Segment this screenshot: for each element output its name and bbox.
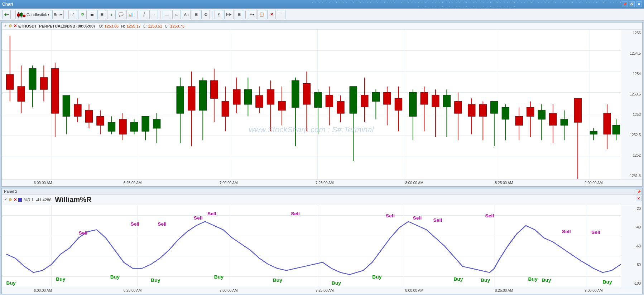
panel2-indicator-name: William%R [55,196,91,204]
list-button[interactable]: ☰ [88,10,96,19]
arrow-icon: → [152,13,156,17]
close-window-button[interactable]: ✕ [636,1,642,7]
svg-text:Buy: Buy [453,277,463,282]
comment-button[interactable]: 💬 [117,10,125,19]
delete-button[interactable]: ✕ [267,10,276,19]
chart2-button[interactable]: 📊 [126,10,135,19]
sep2 [66,11,66,19]
svg-rect-90 [455,102,462,113]
svg-rect-42 [177,87,184,113]
chart1-x-625: 6:25:00 AM [124,181,142,185]
chart1-y-1255: 1255 [623,31,641,35]
chart1-high-label: H: [120,24,125,28]
comment-icon: 💬 [119,12,124,17]
rect-button[interactable]: ▭ [172,10,181,19]
float-button[interactable]: 🗗 [629,1,635,7]
arrow-button[interactable]: → [149,10,158,19]
svg-rect-56 [256,95,263,107]
panel2-x-625: 6:25:00 AM [124,289,142,292]
chart1-open-label: O: [99,24,103,28]
chart1-close-icon[interactable]: ✕ [14,24,17,28]
svg-text:Buy: Buy [151,278,160,283]
panel2-close-button[interactable]: ✕ [636,196,641,201]
chart1-y-axis: 1255 1254.5 1254 1253.5 1253 1252.5 1252… [621,30,642,179]
sep4 [160,11,160,19]
brush-button[interactable]: ✏ ▾ [248,10,256,19]
title-bar-controls: 📌 🗗 ✕ [622,1,642,7]
panel2-x-600: 6:00:00 AM [34,289,52,292]
chart1-y-1252: 1252 [623,153,641,157]
svg-rect-28 [85,110,92,122]
clone-icon: ⎘ [218,13,220,17]
add-button[interactable]: + ▾ [2,10,11,19]
svg-text:Sell: Sell [386,213,395,218]
chart1-check[interactable]: ✓ [4,24,7,28]
svg-rect-96 [491,102,498,113]
svg-rect-58 [267,89,274,104]
svg-rect-102 [527,107,534,116]
title-bar: Chart · · · · · · · · · · · · · · · · · … [0,0,644,9]
panel2-x-700: 7:00:00 AM [220,289,238,292]
refresh-icon: ↻ [81,12,84,17]
svg-text:Sell: Sell [207,211,216,216]
svg-rect-70 [337,102,344,113]
circle-button[interactable]: ⊙ [201,10,210,19]
chart1-low-label: L: [142,24,146,28]
add-chevron-icon: ▾ [7,13,9,16]
add-icon: + [4,12,7,18]
screenshot-button[interactable]: 📋 [258,10,266,19]
svg-text:Buy: Buy [542,278,551,283]
chart1-x-825: 8:25:00 AM [495,181,513,185]
chart1-y-12515: 1251.5 [623,174,641,178]
svg-rect-72 [350,87,357,113]
hline-button[interactable]: — [163,10,171,19]
svg-text:Sell: Sell [78,231,87,236]
svg-rect-108 [561,119,568,126]
panel2-close-icon[interactable]: ✕ [14,197,17,202]
text-button[interactable]: Aa [182,10,191,19]
clone-button[interactable]: ⎘ [215,10,223,19]
grid-button[interactable]: ⊞ [97,10,106,19]
panel2-check[interactable]: ✓ [4,197,7,202]
panel2-pin-button[interactable]: 📌 [636,189,641,195]
svg-rect-74 [361,95,368,107]
chart1-open-value: 1253.86 [104,24,119,28]
svg-rect-14 [6,74,14,89]
svg-rect-32 [108,122,115,131]
chart1-y-12535: 1253.5 [623,92,641,96]
chart1-gear-icon[interactable]: ⚙ [9,24,12,28]
chart1-y-12525: 1252.5 [623,133,641,137]
share-chevron-icon: ▾ [230,13,232,16]
sep5 [212,11,212,19]
svg-rect-52 [233,89,240,104]
panel2-x-axis: 6:00:00 AM 6:25:00 AM 7:00:00 AM 7:25:00… [2,287,642,294]
williamr-svg: Sell Sell Sell Sell Sell Sell Sell Sell … [2,205,621,287]
svg-rect-50 [222,102,229,117]
chart1-high-value: 1255.17 [126,24,141,28]
timeframe-label: 5m [54,13,59,17]
refresh-button[interactable]: ↻ [78,10,87,19]
plus-icon: + [110,13,112,17]
measure-button[interactable]: ⊟ [192,10,200,19]
timeframe-button[interactable]: 5m ▾ [52,10,64,19]
chart1-y-1253: 1253 [623,113,641,117]
brush-chevron-icon: ▾ [253,13,255,16]
svg-rect-66 [314,93,322,108]
rect-icon: ▭ [175,12,178,17]
chart-type-button[interactable]: Candlestick ▾ [15,10,51,19]
exchange-button[interactable]: ⇌ [68,10,77,19]
text-icon: Aa [184,13,188,17]
panel2-gear-icon[interactable]: ⚙ [9,197,12,202]
svg-rect-110 [574,98,581,122]
svg-text:Buy: Buy [56,277,66,282]
add-indicator-button[interactable]: + [107,10,116,19]
line-button[interactable]: / [140,10,148,19]
panel-button[interactable]: ⊟ [235,10,243,19]
share-button[interactable]: ⋈ ▾ [224,10,234,19]
svg-text:Sell: Sell [194,216,203,221]
svg-text:Sell: Sell [433,217,442,222]
svg-text:Buy: Buy [273,278,283,283]
candlestick-label: Candlestick [27,13,47,17]
pin-button[interactable]: 📌 [622,1,628,7]
more-button[interactable]: ⋯ [277,10,285,19]
